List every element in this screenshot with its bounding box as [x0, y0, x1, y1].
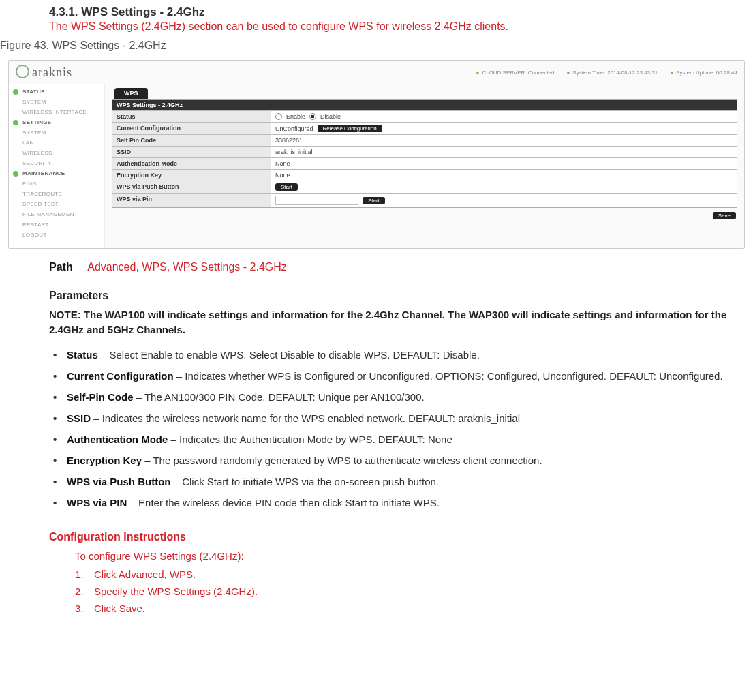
path-line: Path Advanced, WPS, WPS Settings - 2.4GH… [49, 261, 753, 273]
row-enc-label: Encryption Key [112, 170, 271, 181]
row-pin-label: Self Pin Code [112, 135, 271, 146]
config-lead: To configure WPS Settings (2.4GHz): [75, 550, 753, 562]
wps-panel: WPS Settings - 2.4GHz Status Enable Disa… [112, 99, 737, 208]
nav-ping[interactable]: PING [9, 179, 104, 189]
parameter-item: Current Configuration – Indicates whethe… [49, 365, 739, 386]
row-status-label: Status [112, 111, 271, 122]
push-start-button[interactable]: Start [275, 183, 298, 191]
section-title: 4.3.1. WPS Settings - 2.4Ghz [49, 5, 753, 19]
nav-settings-system[interactable]: SYSTEM [9, 127, 104, 138]
parameters-list: Status – Select Enable to enable WPS. Se… [49, 344, 739, 513]
radio-enable[interactable] [275, 113, 282, 120]
brand-logo: araknis [16, 65, 72, 80]
row-wps-pin-label: WPS via Pin [112, 194, 271, 207]
nav-speed-test[interactable]: SPEED TEST [9, 199, 104, 209]
config-step: Click Save. [75, 600, 753, 617]
radio-disable-label: Disable [320, 113, 341, 120]
path-label: Path [49, 261, 73, 273]
nav-maintenance[interactable]: MAINTENANCE [9, 168, 104, 179]
row-push-label: WPS via Push Button [112, 181, 271, 193]
row-ssid-label: SSID [112, 147, 271, 157]
parameter-item: SSID – Indicates the wireless network na… [49, 408, 739, 429]
row-auth-label: Authentication Mode [112, 158, 271, 169]
auth-value: None [271, 158, 737, 169]
radio-enable-label: Enable [286, 113, 305, 120]
config-heading: Configuration Instructions [49, 531, 753, 543]
nav-logout[interactable]: LOGOUT [9, 230, 104, 240]
path-value: Advanced, WPS, WPS Settings - 2.4GHz [87, 261, 287, 273]
screenshot-figure: araknis CLOUD SERVER: Connected System T… [8, 60, 745, 249]
save-button[interactable]: Save [713, 212, 736, 219]
nav-status[interactable]: STATUS [9, 87, 104, 97]
parameter-item: Encryption Key – The password randomly g… [49, 450, 739, 471]
parameters-note: NOTE: The WAP100 will indicate settings … [49, 307, 739, 337]
tab-wps[interactable]: WPS [114, 88, 148, 99]
wps-pin-start-button[interactable]: Start [363, 197, 385, 204]
cloud-status: CLOUD SERVER: Connected [476, 70, 555, 76]
config-step: Click Advanced, WPS. [75, 566, 753, 583]
parameter-item: WPS via Push Button – Click Start to ini… [49, 471, 739, 492]
system-time: System Time: 2014-08-12 23:43:31 [567, 70, 658, 76]
parameter-item: Self-Pin Code – The AN100/300 PIN Code. … [49, 386, 739, 408]
section-subtitle: The WPS Settings (2.4GHz) section can be… [49, 20, 753, 33]
ssid-value: araknis_initial [271, 147, 737, 157]
wps-pin-input[interactable] [275, 196, 358, 205]
nav-wireless-interface[interactable]: WIRELESS INTERFACE [9, 107, 104, 117]
nav-settings[interactable]: SETTINGS [9, 117, 104, 127]
nav-lan[interactable]: LAN [9, 138, 104, 148]
status-bar: CLOUD SERVER: Connected System Time: 201… [476, 70, 737, 76]
nav-security[interactable]: SECURITY [9, 158, 104, 168]
enc-value: None [271, 170, 737, 181]
current-config-value: UnConfigured [275, 125, 313, 132]
figure-caption: Figure 43. WPS Settings - 2.4GHz [0, 40, 753, 52]
parameter-item: Authentication Mode – Indicates the Auth… [49, 429, 739, 450]
system-uptime: System Uptime: 00:28:44 [670, 70, 737, 76]
radio-disable[interactable] [309, 113, 316, 120]
nav-file-management[interactable]: FILE MANAGEMENT [9, 209, 104, 219]
panel-title: WPS Settings - 2.4GHz [112, 100, 737, 110]
sidebar: STATUS SYSTEM WIRELESS INTERFACE SETTING… [9, 84, 105, 248]
config-steps: Click Advanced, WPS.Specify the WPS Sett… [75, 566, 753, 617]
row-current-config-label: Current Configuration [112, 123, 271, 134]
nav-wireless[interactable]: WIRELESS [9, 148, 104, 158]
nav-system[interactable]: SYSTEM [9, 97, 104, 107]
config-step: Specify the WPS Settings (2.4GHz). [75, 583, 753, 600]
nav-traceroute[interactable]: TRACEROUTE [9, 189, 104, 199]
pin-value: 33862261 [271, 135, 737, 146]
nav-restart[interactable]: RESTART [9, 219, 104, 230]
parameters-heading: Parameters [49, 290, 753, 302]
parameter-item: WPS via PIN – Enter the wireless device … [49, 492, 739, 513]
release-config-button[interactable]: Release Configuration [318, 125, 382, 132]
parameter-item: Status – Select Enable to enable WPS. Se… [49, 344, 739, 365]
